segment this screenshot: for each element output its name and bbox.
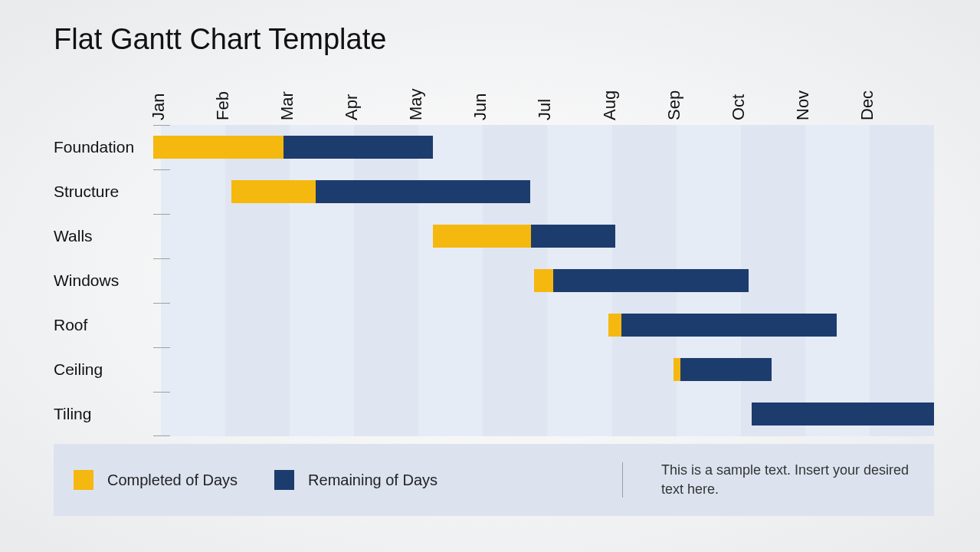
bar-track [153,303,934,347]
bar-remaining [680,358,772,381]
table-row: Tiling [54,392,934,436]
legend-item-remaining: Remaining of Days [274,470,438,490]
page-title: Flat Gantt Chart Template [54,23,934,56]
task-label: Ceiling [54,360,153,379]
month-label: Sep [664,56,684,120]
month-axis: JanFebMarAprMayJunJulAugSepOctNovDec [161,70,934,125]
table-row: Foundation [54,125,934,169]
month-label: Jan [149,56,169,120]
gantt-bar [674,358,771,381]
month-label: Nov [793,56,813,120]
bar-remaining [316,180,530,203]
month-label: Apr [342,56,362,120]
gantt-bar [608,314,836,337]
gantt-bar [231,180,531,203]
month-label: Dec [857,56,877,120]
footer-note: This is a sample text. Insert your desir… [661,461,914,499]
task-label: Roof [54,316,153,334]
gantt-bar [534,269,749,292]
bar-track [153,169,934,214]
bar-track [153,392,934,436]
bar-remaining [553,269,749,292]
swatch-remaining-icon [274,470,294,490]
bar-track [153,214,934,258]
month-label: Mar [277,56,297,120]
task-label: Windows [54,271,153,290]
legend-item-completed: Completed of Days [74,470,238,490]
task-label: Structure [54,182,153,201]
month-label: Feb [213,56,233,120]
bar-track [153,125,934,169]
divider [622,462,623,498]
bar-completed [534,269,553,292]
bar-remaining [284,136,433,159]
bar-remaining [531,225,615,248]
gantt-bar [433,225,615,248]
month-label: Oct [729,56,749,120]
legend-label-completed: Completed of Days [107,472,238,489]
table-row: Windows [54,258,934,303]
bar-completed [674,358,680,381]
bar-remaining [621,314,836,337]
bar-completed [433,225,530,248]
swatch-completed-icon [74,470,93,490]
bar-track [153,258,934,303]
legend: Completed of Days Remaining of Days [74,470,438,490]
bar-remaining [752,402,934,426]
task-label: Foundation [54,138,153,156]
gantt-bar [153,136,433,159]
table-row: Structure [54,169,934,214]
bar-completed [231,180,316,203]
bar-completed [153,136,284,159]
bar-track [153,347,934,392]
gantt-chart: JanFebMarAprMayJunJulAugSepOctNovDec Fou… [54,70,934,516]
table-row: Roof [54,303,934,347]
month-label: Aug [600,56,620,120]
month-label: May [406,56,426,120]
bar-completed [608,314,621,337]
legend-label-remaining: Remaining of Days [308,472,438,489]
table-row: Walls [54,214,934,258]
task-label: Walls [54,227,153,245]
chart-footer: Completed of Days Remaining of Days This… [54,444,934,516]
gantt-bar [752,402,934,426]
plot-area: FoundationStructureWallsWindowsRoofCeili… [161,125,934,436]
month-label: Jul [535,56,555,120]
task-label: Tiling [54,405,153,423]
table-row: Ceiling [54,347,934,392]
month-label: Jun [470,56,490,120]
